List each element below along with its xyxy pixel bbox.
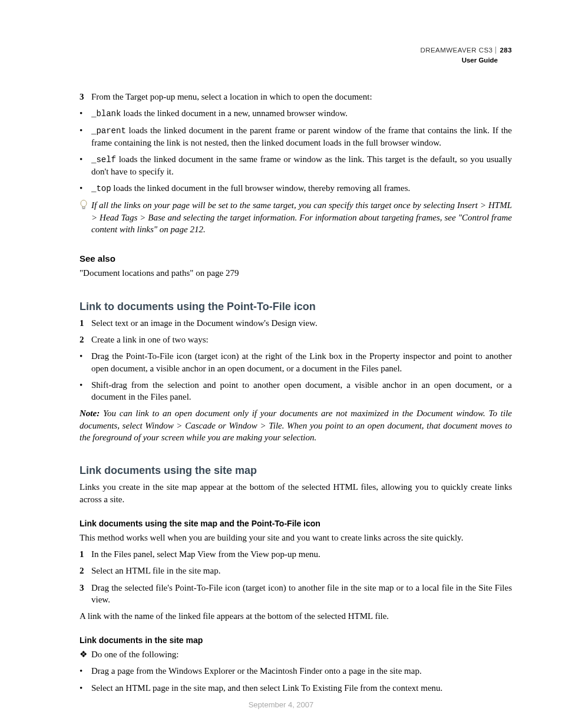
step-number: 2 bbox=[80, 565, 91, 577]
header-subtitle: User Guide bbox=[420, 56, 512, 65]
bullet-icon: • bbox=[80, 665, 91, 677]
list-item: • _self loads the linked document in the… bbox=[80, 153, 512, 177]
code-literal: _top bbox=[91, 184, 111, 193]
bullet-icon: • bbox=[80, 107, 91, 120]
section-heading: Link to documents using the Point-To-Fil… bbox=[80, 299, 512, 314]
step-number: 1 bbox=[80, 548, 91, 560]
see-also-heading: See also bbox=[80, 253, 512, 265]
see-also-link: "Document locations and paths" on page 2… bbox=[80, 267, 512, 279]
svg-point-0 bbox=[81, 200, 87, 207]
list-item: 2 Create a link in one of two ways: bbox=[80, 334, 512, 345]
lightbulb-icon bbox=[80, 199, 91, 235]
list-item: ❖ Do one of the following: bbox=[80, 648, 512, 660]
step-text: Drag the selected file's Point-To-File i… bbox=[91, 582, 512, 606]
code-literal: _self bbox=[91, 155, 116, 164]
page-content: 3 From the Target pop-up menu, select a … bbox=[80, 91, 512, 694]
list-item: 3 From the Target pop-up menu, select a … bbox=[80, 91, 512, 103]
bullet-text: _top loads the linked document in the fu… bbox=[91, 182, 512, 195]
step-text: From the Target pop-up menu, select a lo… bbox=[91, 91, 512, 103]
code-literal: _parent bbox=[91, 126, 126, 136]
list-item: • Drag the Point-To-File icon (target ic… bbox=[80, 350, 512, 374]
page-number: 283 bbox=[495, 47, 512, 54]
header-line1: DREAMWEAVER CS3283 bbox=[420, 46, 512, 55]
note-block: Note: You can link to an open document o… bbox=[80, 407, 512, 443]
list-item: 1 In the Files panel, select Map View fr… bbox=[80, 548, 512, 560]
step-text: Select an HTML file in the site map. bbox=[91, 565, 512, 577]
step-number: 3 bbox=[80, 582, 91, 606]
step-text: Select text or an image in the Document … bbox=[91, 317, 512, 329]
step-text: Create a link in one of two ways: bbox=[91, 334, 512, 345]
list-item: 2 Select an HTML file in the site map. bbox=[80, 565, 512, 577]
subsection-intro: This method works well when you are buil… bbox=[80, 532, 512, 543]
page: DREAMWEAVER CS3283 User Guide 3 From the… bbox=[0, 0, 562, 728]
subsection-heading: Link documents using the site map and th… bbox=[80, 518, 512, 529]
list-item: • _blank loads the linked document in a … bbox=[80, 107, 512, 120]
step-number: 3 bbox=[80, 91, 91, 103]
result-text: A link with the name of the linked file … bbox=[80, 610, 512, 622]
bullet-icon: • bbox=[80, 124, 91, 149]
bullet-icon: • bbox=[80, 350, 91, 374]
step-number: 2 bbox=[80, 334, 91, 345]
tip-text: If all the links on your page will be se… bbox=[91, 199, 512, 235]
section-intro: Links you create in the site map appear … bbox=[80, 481, 512, 505]
text: loads the linked document in the full br… bbox=[111, 183, 411, 193]
list-item: • Shift-drag from the selection and poin… bbox=[80, 379, 512, 403]
text: loads the linked document in the parent … bbox=[91, 126, 512, 147]
section-heading: Link documents using the site map bbox=[80, 463, 512, 477]
list-item: • _top loads the linked document in the … bbox=[80, 182, 512, 195]
bullet-text: Drag the Point-To-File icon (target icon… bbox=[91, 350, 512, 374]
page-footer-date: September 4, 2007 bbox=[0, 700, 562, 710]
code-literal: _blank bbox=[91, 109, 121, 118]
intro-text: Do one of the following: bbox=[91, 648, 512, 660]
bullet-icon: • bbox=[80, 682, 91, 694]
step-number: 1 bbox=[80, 317, 91, 329]
page-header: DREAMWEAVER CS3283 User Guide bbox=[420, 46, 512, 65]
bullet-text: Select an HTML page in the site map, and… bbox=[91, 682, 512, 694]
text: loads the linked document in the same fr… bbox=[91, 154, 512, 176]
diamond-icon: ❖ bbox=[80, 648, 91, 660]
bullet-icon: • bbox=[80, 182, 91, 195]
bullet-text: Drag a page from the Windows Explorer or… bbox=[91, 665, 512, 677]
tip-block: If all the links on your page will be se… bbox=[80, 199, 512, 235]
bullet-text: _parent loads the linked document in the… bbox=[91, 124, 512, 149]
bullet-icon: • bbox=[80, 379, 91, 403]
list-item: • _parent loads the linked document in t… bbox=[80, 124, 512, 149]
subsection-heading: Link documents in the site map bbox=[80, 635, 512, 646]
list-item: • Drag a page from the Windows Explorer … bbox=[80, 665, 512, 677]
list-item: • Select an HTML page in the site map, a… bbox=[80, 682, 512, 694]
bullet-icon: • bbox=[80, 153, 91, 177]
note-text: You can link to an open document only if… bbox=[80, 409, 512, 442]
product-name: DREAMWEAVER CS3 bbox=[420, 47, 492, 54]
step-text: In the Files panel, select Map View from… bbox=[91, 548, 512, 560]
bullet-text: _blank loads the linked document in a ne… bbox=[91, 107, 512, 120]
text: loads the linked document in a new, unna… bbox=[121, 108, 348, 118]
bullet-text: Shift-drag from the selection and point … bbox=[91, 379, 512, 403]
list-item: 1 Select text or an image in the Documen… bbox=[80, 317, 512, 329]
note-label: Note: bbox=[80, 409, 100, 418]
bullet-text: _self loads the linked document in the s… bbox=[91, 153, 512, 177]
list-item: 3 Drag the selected file's Point-To-File… bbox=[80, 582, 512, 606]
